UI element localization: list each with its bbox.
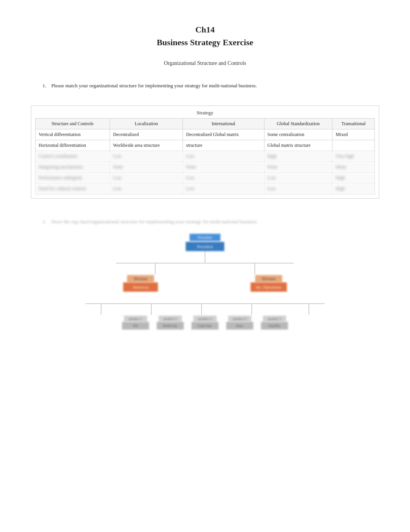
col-header-3: International xyxy=(183,118,264,129)
row6-col2: Low xyxy=(110,183,183,194)
org-mid-left-main: Americas xyxy=(123,282,158,292)
row3-col1: Control coordination xyxy=(36,151,110,161)
org-mid-row: Division Americas Division Int. Operatio… xyxy=(123,275,287,292)
strategy-label: Strategy xyxy=(35,110,375,116)
org-bottom-3: product 3 Latin Am. xyxy=(191,316,219,330)
org-b4-label: product 4 xyxy=(228,316,251,322)
org-chart: President President Division Americas Di… xyxy=(31,234,379,330)
row4-col5: Many xyxy=(332,161,375,172)
col-header-2: Localization xyxy=(110,118,183,129)
question1-number: 1. xyxy=(42,83,46,88)
table-row: Vertical differentiation Decentralized D… xyxy=(36,129,375,140)
row3-col4: High xyxy=(264,151,332,161)
strategy-table-section: Strategy Structure and Controls Localiza… xyxy=(31,105,379,199)
v-connector-left xyxy=(155,263,156,274)
row3-col2: Low xyxy=(110,151,183,161)
table-row: Horizontal differentiation Worldwide are… xyxy=(36,140,375,151)
org-top-node: President President xyxy=(186,234,224,251)
table-row-blurred: Need for cultural controls Low Low Low H… xyxy=(36,183,375,194)
org-mid-right-label: Division xyxy=(255,275,282,282)
org-bottom-2: product 2 North Am. xyxy=(157,316,184,330)
col-header-4: Global Standardization xyxy=(264,118,332,129)
row2-col2: Worldwide area structure xyxy=(110,140,183,151)
v-b1 xyxy=(101,303,102,315)
page-header: Ch14 Business Strategy Exercise xyxy=(31,23,379,49)
row6-col3: Low xyxy=(183,183,264,194)
org-b5-label: product 5 xyxy=(263,316,286,322)
org-b1-main: NA xyxy=(122,322,149,330)
row6-col4: Low xyxy=(264,183,332,194)
row1-col5: Mixed xyxy=(332,129,375,140)
row2-col1: Horizontal differentiation xyxy=(36,140,110,151)
v-b4 xyxy=(251,303,252,315)
row5-col2: Low xyxy=(110,172,183,183)
v-connector-top xyxy=(205,251,205,263)
h-connector-bottom xyxy=(85,303,325,304)
row1-col4: Some centralization xyxy=(264,129,332,140)
row1-col2: Decentralized xyxy=(110,129,183,140)
org-b5-main: Asia/Pac xyxy=(261,322,288,330)
row6-col5: High xyxy=(332,183,375,194)
org-mid-left-label: Division xyxy=(127,275,154,282)
row5-col1: Performance ambiguity xyxy=(36,172,110,183)
org-b2-main: North Am. xyxy=(157,322,184,330)
row5-col3: Low xyxy=(183,172,264,183)
v-b2 xyxy=(151,303,152,315)
row2-col3: structure xyxy=(183,140,264,151)
row1-col1: Vertical differentiation xyxy=(36,129,110,140)
row3-col5: Very high xyxy=(332,151,375,161)
row4-col3: None xyxy=(183,161,264,172)
header-line2: Business Strategy Exercise xyxy=(157,37,253,47)
org-mid-right-main: Int. Operations xyxy=(251,282,287,292)
row2-col4: Global matrix structure xyxy=(264,140,332,151)
row4-col1: Integrating mechanisms xyxy=(36,161,110,172)
org-bottom-1: product 1 NA xyxy=(122,316,149,330)
org-mid-right: Division Int. Operations xyxy=(251,275,287,292)
row4-col2: None xyxy=(110,161,183,172)
row6-col1: Need for cultural controls xyxy=(36,183,110,194)
question-1: 1. Please match your organizational stru… xyxy=(31,82,379,90)
org-b3-label: product 3 xyxy=(193,316,217,322)
org-top-main: President xyxy=(186,242,224,251)
subtitle: Organizational Structure and Controls xyxy=(31,60,379,66)
org-b2-label: product 2 xyxy=(159,316,182,322)
org-top-label: President xyxy=(190,234,220,241)
col-header-1: Structure and Controls xyxy=(36,118,110,129)
v-b3 xyxy=(201,303,202,315)
header-line1: Ch14 xyxy=(195,25,215,34)
question2-text: Draw the org chart/organizational struct… xyxy=(51,219,258,224)
org-bottom-5: product 5 Asia/Pac xyxy=(261,316,288,330)
table-row-blurred: Integrating mechanisms None None None Ma… xyxy=(36,161,375,172)
col-header-5: Transaitional xyxy=(332,118,375,129)
row5-col5: High xyxy=(332,172,375,183)
question1-text: Please match your organizational structu… xyxy=(51,83,257,88)
org-b3-main: Latin Am. xyxy=(191,322,219,330)
h-connector-mid xyxy=(116,263,294,263)
table-row-blurred: Control coordination Low Low High Very h… xyxy=(36,151,375,161)
org-bottom-4: product 4 Euro xyxy=(226,316,253,330)
org-b1-label: product 1 xyxy=(124,316,147,322)
v-b5 xyxy=(308,303,309,315)
table-row-blurred: Performance ambiguity Low Low Low High xyxy=(36,172,375,183)
row5-col4: Low xyxy=(264,172,332,183)
question2-number: 2. xyxy=(42,219,46,224)
question-2: 2. Draw the org chart/organizational str… xyxy=(39,218,379,226)
row1-col3: Decentralized Global matrix xyxy=(183,129,264,140)
row3-col3: Low xyxy=(183,151,264,161)
org-mid-left: Division Americas xyxy=(123,275,158,292)
strategy-table: Structure and Controls Localization Inte… xyxy=(35,118,375,194)
row2-col5 xyxy=(332,140,375,151)
v-connector-right xyxy=(254,263,255,274)
org-b4-main: Euro xyxy=(226,322,253,330)
org-bottom-row: product 1 NA product 2 North Am. product… xyxy=(122,316,288,330)
row4-col4: None xyxy=(264,161,332,172)
